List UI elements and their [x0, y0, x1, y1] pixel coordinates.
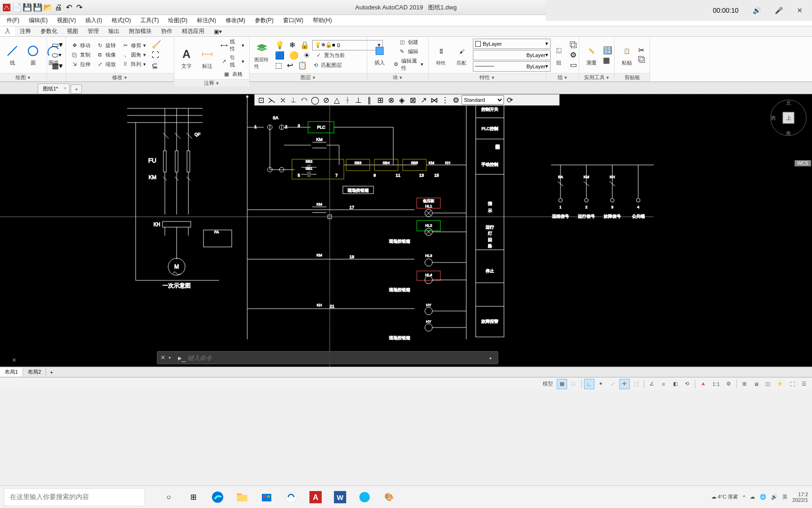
lineweight-combo[interactable]: ByLayer▾: [473, 50, 551, 60]
rotate-button[interactable]: ↻旋转: [94, 41, 118, 50]
clean-screen-icon[interactable]: ⛶: [787, 379, 797, 389]
menu-tools[interactable]: 工具(T): [136, 16, 163, 25]
tab-view[interactable]: 视图: [62, 26, 83, 36]
tray-chevron-icon[interactable]: ^: [743, 494, 745, 500]
edit-block-button[interactable]: ✎编辑: [391, 48, 425, 56]
create-block-button[interactable]: ◫创建: [391, 38, 425, 47]
offset-icon[interactable]: ⊆: [150, 61, 163, 71]
ortho-toggle[interactable]: ∟: [584, 379, 594, 389]
tab-addins[interactable]: 附加模块: [124, 26, 156, 36]
ellipse-icon[interactable]: ⬭▾: [50, 50, 65, 60]
linear-button[interactable]: ⟷线性▾: [219, 38, 246, 53]
lwt-toggle[interactable]: ≡: [658, 379, 669, 389]
menu-window[interactable]: 窗口(W): [278, 16, 308, 25]
cmd-history-icon[interactable]: ▾: [169, 355, 176, 360]
layout-tab-2[interactable]: 布局2: [23, 368, 46, 377]
weather-widget[interactable]: ☁ 4°C 薄雾: [711, 493, 739, 500]
cortana-icon[interactable]: ○: [159, 488, 178, 507]
explorer-icon[interactable]: [233, 488, 252, 507]
panel-layer-title[interactable]: 图层: [300, 74, 311, 81]
grid-toggle[interactable]: ▦: [557, 379, 567, 389]
tab-extra[interactable]: ▣▾: [209, 27, 227, 36]
snap-midpoint-icon[interactable]: ⋋: [267, 95, 277, 105]
mic-icon[interactable]: 🎤: [775, 7, 783, 14]
app-icon[interactable]: 🎨: [380, 488, 398, 507]
menu-insert[interactable]: 插入(I): [81, 16, 106, 25]
copy-button[interactable]: ⿻复制: [69, 51, 92, 59]
snap-endpoint-icon[interactable]: ⊡: [256, 95, 266, 105]
dimstyle-combo[interactable]: Standard: [462, 95, 504, 105]
layer-off-icon[interactable]: 💡: [273, 40, 286, 50]
menu-edit[interactable]: 编辑(E): [24, 16, 52, 25]
layout-add[interactable]: +: [46, 369, 57, 376]
clock[interactable]: 17:22022/1: [792, 492, 808, 503]
snap-point-filter-icon[interactable]: ⋮: [440, 95, 450, 105]
snap-quadrant-icon[interactable]: △: [332, 95, 342, 105]
wcs-badge[interactable]: WCS: [795, 160, 811, 166]
group-edit-icon[interactable]: ⚙: [570, 50, 577, 59]
panel-draw-title[interactable]: 绘图: [16, 74, 26, 81]
save-icon[interactable]: 💾: [23, 3, 32, 12]
snap-extension-icon[interactable]: ◠: [299, 95, 309, 105]
edge-icon[interactable]: [208, 488, 227, 507]
layer-thaw-icon[interactable]: ☀: [301, 50, 312, 60]
otrack-toggle[interactable]: ∠: [647, 379, 657, 389]
linetype-combo[interactable]: ByLayer▾: [473, 61, 551, 72]
close-icon[interactable]: ×: [64, 86, 67, 91]
layer-iso-icon[interactable]: 🟦: [273, 50, 286, 60]
drawing-canvas[interactable]: ⊡ ⋋ ⤫ ⟂ ◠ ◯ ⊘ △ ⟊ ⊥ ∥ ⊞ ⊗ ◈ ⊠ ↗ ⋈ ⋮ ⚙ St…: [0, 94, 812, 367]
tab-home[interactable]: 入: [0, 26, 15, 36]
task-view-icon[interactable]: ⊞: [184, 488, 203, 507]
layer-freeze-icon[interactable]: ❄: [287, 40, 297, 50]
layer-props-button[interactable]: 图层特性: [252, 40, 271, 71]
explode-icon[interactable]: ⛶: [150, 50, 163, 60]
isolate-icon[interactable]: ◫: [763, 379, 773, 389]
menu-param[interactable]: 参数(P): [250, 16, 278, 25]
stretch-button[interactable]: ⇲拉伸: [69, 60, 92, 69]
dim-button[interactable]: 标注: [198, 46, 217, 71]
hardware-accel-icon[interactable]: ⚡: [774, 379, 786, 389]
match-layer-button[interactable]: ⟲匹配图层: [310, 60, 344, 70]
snap-toggle[interactable]: ⸬: [568, 379, 579, 389]
group-bb-icon[interactable]: ▭: [570, 60, 577, 69]
monitor-icon[interactable]: 🖥: [751, 379, 761, 389]
plot-icon[interactable]: 🖨: [54, 3, 63, 12]
wps-icon[interactable]: [282, 488, 300, 507]
annoscale-icon[interactable]: 🔺: [698, 379, 709, 389]
3dosnap-toggle[interactable]: ⬚: [631, 379, 641, 389]
snap-parallel-icon[interactable]: ∥: [364, 95, 374, 105]
mirror-button[interactable]: ⧉镜像: [94, 51, 118, 59]
text-button[interactable]: A文字: [177, 46, 196, 71]
hatch-icon[interactable]: ▦▾: [50, 61, 65, 71]
panel-annot-title[interactable]: 注释: [204, 80, 214, 87]
menu-dim[interactable]: 标注(N): [192, 16, 221, 25]
menu-file[interactable]: 件(F): [2, 16, 24, 25]
file-tab-add[interactable]: +: [71, 84, 82, 94]
osnap-toggle[interactable]: ✛: [619, 379, 630, 389]
erase-icon[interactable]: 🧹: [150, 40, 163, 49]
menu-view[interactable]: 视图(V): [52, 16, 81, 25]
fillet-button[interactable]: ◟圆角▾: [120, 51, 148, 59]
snap-nearest-icon[interactable]: ◈: [397, 95, 407, 105]
line-button[interactable]: 线: [3, 42, 22, 67]
layer-lock-icon[interactable]: 🔒: [298, 40, 311, 50]
command-input[interactable]: [187, 354, 489, 361]
snap-from-icon[interactable]: ↗: [418, 95, 429, 105]
windows-search-input[interactable]: 在这里输入你要搜索的内容: [4, 488, 145, 506]
model-button[interactable]: 模型: [540, 379, 555, 389]
redo-icon[interactable]: ↷: [74, 3, 84, 12]
cycling-toggle[interactable]: ⟲: [682, 379, 692, 389]
menu-format[interactable]: 格式(O): [107, 16, 136, 25]
autocad-icon[interactable]: A: [306, 488, 325, 507]
gear-icon[interactable]: ⚙: [723, 379, 734, 389]
leader-button[interactable]: ↗引线▾: [219, 54, 246, 69]
cut-icon[interactable]: ✂: [638, 46, 646, 55]
snap-intersect-icon[interactable]: ⤫: [277, 95, 288, 105]
store-icon[interactable]: [257, 488, 276, 507]
undo-icon[interactable]: ↶: [64, 3, 73, 12]
tab-manage[interactable]: 管理: [83, 26, 104, 36]
table-button[interactable]: ▦表格: [219, 70, 246, 78]
layer-on-icon[interactable]: 🟡: [287, 50, 300, 60]
menu-help[interactable]: 帮助(H): [308, 16, 337, 25]
group-button[interactable]: ⿺组: [549, 42, 568, 67]
